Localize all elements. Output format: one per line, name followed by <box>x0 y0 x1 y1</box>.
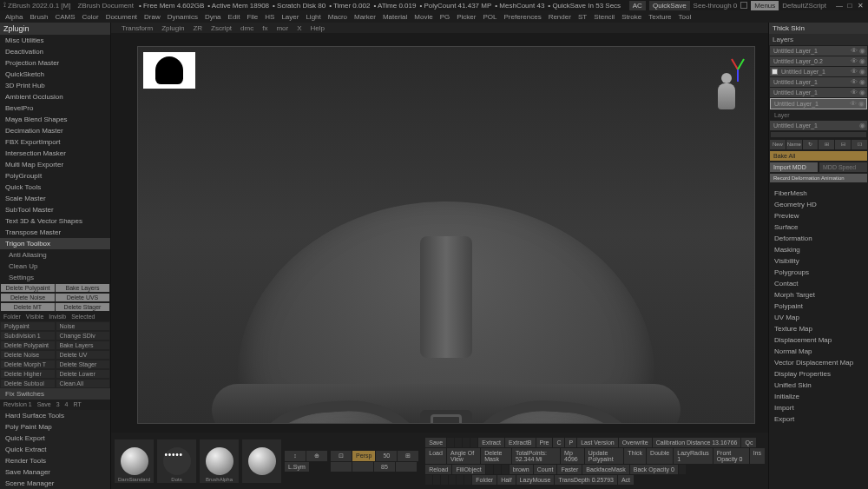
seethrough-check[interactable] <box>740 2 747 9</box>
action-Ins[interactable]: Ins <box>750 448 765 464</box>
menu-Dyna[interactable]: Dyna <box>205 13 221 21</box>
btn-Delete-Stager[interactable]: Delete Stager <box>56 303 109 311</box>
menu-Zscript[interactable]: Zscript <box>211 24 232 32</box>
action-TotalPoints-52-344-Mi[interactable]: TotalPoints: 52.344 Mi <box>512 448 560 464</box>
action-P[interactable]: P <box>565 438 576 447</box>
menu-fx[interactable]: fx <box>262 24 267 32</box>
close-icon[interactable]: ✕ <box>856 2 865 10</box>
foot-Poly-Paint-Map[interactable]: Poly Paint Map <box>0 421 110 433</box>
minimize-icon[interactable]: — <box>835 2 844 10</box>
menu-Draw[interactable]: Draw <box>144 13 161 21</box>
layers-title[interactable]: Layers <box>769 34 868 45</box>
ac-button[interactable]: AC <box>629 1 646 10</box>
action-Faster[interactable]: Faster <box>557 465 582 474</box>
layer-row[interactable]: Untitled Layer_1👁◉ <box>770 67 867 76</box>
section-Masking[interactable]: Masking <box>769 244 868 255</box>
menu-Material[interactable]: Material <box>383 13 407 21</box>
menu-Zplugin[interactable]: Zplugin <box>161 24 184 32</box>
plugin-Text-3D-&-Vector-Shapes[interactable]: Text 3D & Vector Shapes <box>0 215 110 227</box>
action-Mp-4096[interactable]: Mp 4096 <box>561 448 584 464</box>
brush-slot[interactable] <box>242 439 281 483</box>
menu-Marker[interactable]: Marker <box>354 13 376 21</box>
cell-Delete-Noise[interactable]: Delete Noise <box>0 350 56 360</box>
eye-icon[interactable]: 👁 <box>851 89 858 96</box>
bake-all-button[interactable]: Bake All <box>770 151 867 161</box>
btn-Bake-Layers[interactable]: Bake Layers <box>56 284 109 292</box>
persp-ctrl[interactable]: Persp <box>352 451 375 461</box>
layer-ctrl[interactable]: ⊡ <box>852 140 867 149</box>
menu-PG[interactable]: PG <box>440 13 450 21</box>
eye-icon[interactable]: 👁 <box>851 78 858 86</box>
section-Import[interactable]: Import <box>769 402 868 413</box>
action-C[interactable]: C <box>553 438 564 447</box>
import-mdd[interactable]: Import MDD <box>770 162 818 172</box>
layer-row[interactable]: Untitled Layer_0.2👁◉ <box>770 56 867 66</box>
plugin-Multi-Map-Exporter[interactable]: Multi Map Exporter <box>0 159 110 170</box>
menu-Help[interactable]: Help <box>311 24 325 32</box>
sub-Clean-Up[interactable]: Clean Up <box>0 261 110 272</box>
layer-ctrl[interactable]: New <box>770 140 786 149</box>
plugin-BevelPro[interactable]: BevelPro <box>0 102 110 114</box>
layer-ctrl[interactable]: Name <box>786 140 802 149</box>
cell-Clean-All[interactable]: Clean All <box>56 379 111 388</box>
foot-Scene-Manager[interactable]: Scene Manager <box>0 478 110 489</box>
menu-POL[interactable]: POL <box>483 13 496 21</box>
btn-Delete-UVS[interactable]: Delete UVS <box>56 294 109 301</box>
menu-Color[interactable]: Color <box>82 13 99 21</box>
section-UV-Map[interactable]: UV Map <box>769 312 868 323</box>
layer-ctrl[interactable]: ⊞ <box>819 140 834 149</box>
menu-dmc[interactable]: dmc <box>240 24 253 32</box>
menu-Layer[interactable]: Layer <box>281 13 299 21</box>
section-Visibility[interactable]: Visibility <box>769 255 868 267</box>
menu-Render[interactable]: Render <box>549 13 571 21</box>
thumbnail[interactable] <box>143 52 195 89</box>
plugin-Scale-Master[interactable]: Scale Master <box>0 193 110 204</box>
layer-ctrl[interactable]: ⊟ <box>835 140 851 149</box>
menu-Transform[interactable]: Transform <box>122 24 153 32</box>
btn-Delete-MT[interactable]: Delete MT <box>1 303 55 311</box>
action-Count[interactable]: Count <box>534 465 557 474</box>
plugin-FBX-ExportImport[interactable]: FBX ExportImport <box>0 136 110 148</box>
section-Deformation[interactable]: Deformation <box>769 233 868 244</box>
foot-Quick-Extract[interactable]: Quick Extract <box>0 444 110 455</box>
section-Vector-Displacement-Map[interactable]: Vector Displacement Map <box>769 357 868 368</box>
plugin-Trigon-Toolbox[interactable]: Trigon Toolbox <box>0 238 110 249</box>
action-Last-Version[interactable]: Last Version <box>577 438 618 447</box>
eye-icon[interactable]: 👁 <box>851 47 858 55</box>
action-Update-Polypaint[interactable]: Update Polypaint <box>585 448 624 464</box>
nav-gizmo[interactable] <box>701 52 749 117</box>
layer-row[interactable]: Untitled Layer_1👁◉ <box>770 98 867 109</box>
menu-Brush[interactable]: Brush <box>30 13 48 21</box>
menu-Light[interactable]: Light <box>306 13 320 21</box>
plugin-QuickSketch[interactable]: QuickSketch <box>0 69 110 80</box>
action-Pre[interactable]: Pre <box>536 438 553 447</box>
menu-Texture[interactable]: Texture <box>648 13 671 21</box>
plugin-Deactivation[interactable]: Deactivation <box>0 46 110 57</box>
cell-Delete-Morph-T[interactable]: Delete Morph T <box>0 360 56 369</box>
action-LazyMouse[interactable]: LazyMouse <box>516 475 555 485</box>
plugin-Quick-Tools[interactable]: Quick Tools <box>0 182 110 193</box>
action-LazyRadius-1[interactable]: LazyRadius 1 <box>674 448 713 464</box>
action-Double[interactable]: Double <box>647 448 673 464</box>
cell-Delete-UV[interactable]: Delete UV <box>56 350 111 360</box>
menu-Macro[interactable]: Macro <box>328 13 347 21</box>
menu-Movie[interactable]: Movie <box>414 13 432 21</box>
action-Reload[interactable]: Reload <box>425 465 451 474</box>
section-Preview[interactable]: Preview <box>769 210 868 221</box>
foot-Quick-Export[interactable]: Quick Export <box>0 433 110 444</box>
section-Export[interactable]: Export <box>769 413 868 425</box>
plugin-Decimation-Master[interactable]: Decimation Master <box>0 125 110 136</box>
foot-Render-Tools[interactable]: Render Tools <box>0 455 110 466</box>
cell-Delete-Subtool[interactable]: Delete Subtool <box>0 379 56 388</box>
menu-CAMS[interactable]: CAMS <box>55 13 75 21</box>
cell-Delete-Stager[interactable]: Delete Stager <box>56 360 111 369</box>
sub-Anti-Aliasing[interactable]: Anti Aliasing <box>0 249 110 261</box>
action-Front-Opacity-0[interactable]: Front Opacity 0 <box>713 448 749 464</box>
section-Polypaint[interactable]: Polypaint <box>769 301 868 312</box>
brush-BrushAlpha[interactable]: BrushAlpha <box>200 439 239 483</box>
brush-Dots[interactable]: Dots <box>157 439 196 483</box>
btn-Delete-Noise[interactable]: Delete Noise <box>1 294 55 301</box>
plugin-Maya-Blend-Shapes[interactable]: Maya Blend Shapes <box>0 114 110 125</box>
plugin-3D-Print-Hub[interactable]: 3D Print Hub <box>0 80 110 91</box>
foot-Hard-Surface-Tools[interactable]: Hard Surface Tools <box>0 410 110 421</box>
